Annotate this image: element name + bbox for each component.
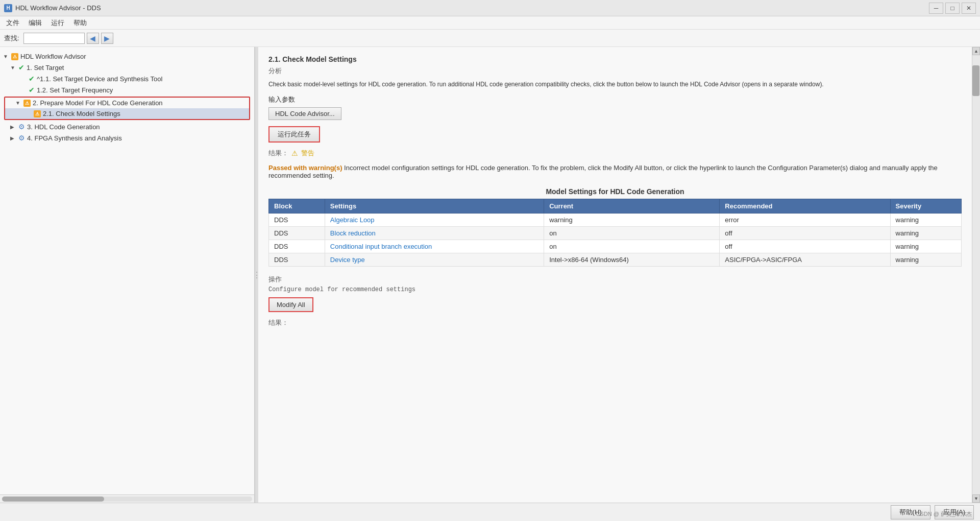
node-3-label: 3. HDL Code Generation [27, 123, 100, 131]
menu-file[interactable]: 文件 [2, 17, 23, 29]
gear-icon-4: ⚙ [18, 134, 25, 142]
cell-recommended-1: off [720, 227, 890, 240]
cell-settings-2[interactable]: Conditional input branch execution [325, 240, 544, 253]
tree-node-4[interactable]: ▶ ⚙ 4. FPGA Synthesis and Analysis [0, 132, 254, 144]
forward-button[interactable]: ▶ [101, 33, 113, 44]
result-row: 结果： ⚠ 警告 [268, 149, 962, 158]
node-1-label: 1. Set Target [27, 64, 64, 72]
toggle-root: ▼ [3, 54, 10, 59]
cell-current-3: Intel->x86-64 (Windows64) [544, 253, 720, 267]
cell-recommended-3: ASIC/FPGA->ASIC/FPGA [720, 253, 890, 267]
cell-settings-1[interactable]: Block reduction [325, 227, 544, 240]
node-2-1-label: 2.1. Check Model Settings [43, 110, 120, 117]
toolbar: 查找: ◀ ▶ [0, 30, 980, 47]
cell-current-1: on [544, 227, 720, 240]
tree-node-1[interactable]: ▼ ✔ 1. Set Target [0, 62, 254, 73]
v-scroll-up[interactable]: ▲ [972, 47, 980, 55]
root-label: HDL Workflow Advisor [20, 53, 86, 60]
node-1-1-label: ^1.1. Set Target Device and Synthesis To… [37, 75, 162, 83]
cell-recommended-0: error [720, 214, 890, 227]
col-current: Current [544, 199, 720, 214]
tree-node-2-1[interactable]: ⚠ 2.1. Check Model Settings [5, 108, 249, 119]
menu-help[interactable]: 帮助 [69, 17, 91, 29]
toggle-4: ▶ [10, 135, 17, 141]
check-icon-1-1: ✔ [29, 75, 35, 83]
right-panel: 2.1. Check Model Settings 分析 Check basic… [258, 47, 980, 503]
settings-link-1[interactable]: Block reduction [330, 229, 376, 237]
search-input[interactable] [23, 33, 85, 44]
node-4-label: 4. FPGA Synthesis and Analysis [27, 134, 122, 142]
cell-settings-0[interactable]: Algebraic Loop [325, 214, 544, 227]
bottom-bar: 帮助(H) 应用(A) [0, 503, 980, 521]
menu-bar: 文件 编辑 运行 帮助 [0, 16, 980, 30]
title-bar: H HDL Workflow Advisor - DDS ─ □ ✕ [0, 0, 980, 16]
spacer-2-1 [26, 111, 33, 116]
settings-link-3[interactable]: Device type [330, 256, 365, 264]
window-controls: ─ □ ✕ [929, 3, 976, 14]
cell-severity-1: warning [890, 227, 961, 240]
settings-link-2[interactable]: Conditional input branch execution [330, 243, 432, 250]
cell-severity-3: warning [890, 253, 961, 267]
toggle-3: ▶ [10, 124, 17, 130]
check-icon-1: ✔ [18, 63, 24, 72]
warning-icon-2-1: ⚠ [34, 110, 41, 117]
cell-block-3: DDS [269, 253, 325, 267]
settings-link-0[interactable]: Algebraic Loop [330, 216, 375, 224]
v-scroll-thumb[interactable] [972, 65, 979, 96]
section-title: 2.1. Check Model Settings [268, 55, 962, 63]
settings-table: Block Settings Current Recommended Sever… [268, 199, 962, 267]
col-block: Block [269, 199, 325, 214]
v-scrollbar: ▲ ▼ [972, 47, 980, 503]
operations-label: 操作 [268, 275, 962, 284]
passed-bold: Passed with warning(s) [268, 164, 342, 172]
toggle-2: ▼ [15, 100, 22, 106]
input-params-label: 输入参数 [268, 95, 962, 104]
main-area: ▼ ⚠ HDL Workflow Advisor ▼ ✔ 1. Set Targ… [0, 47, 980, 503]
v-scroll-area [972, 55, 980, 494]
tree-node-1-1[interactable]: ✔ ^1.1. Set Target Device and Synthesis … [0, 73, 254, 84]
hdl-code-advisor-button[interactable]: HDL Code Advisor... [268, 107, 341, 120]
menu-edit[interactable]: 编辑 [24, 17, 46, 29]
minimize-button[interactable]: ─ [929, 3, 943, 14]
group-outline-2: ▼ ⚠ 2. Prepare Model For HDL Code Genera… [4, 97, 250, 120]
cell-block-1: DDS [269, 227, 325, 240]
passed-desc: Incorrect model configuration settings f… [268, 164, 938, 179]
left-panel: ▼ ⚠ HDL Workflow Advisor ▼ ✔ 1. Set Targ… [0, 47, 255, 503]
maximize-button[interactable]: □ [945, 3, 960, 14]
table-row: DDSConditional input branch executionono… [269, 240, 962, 253]
node-2-label: 2. Prepare Model For HDL Code Generation [33, 99, 163, 107]
modify-all-button[interactable]: Modify All [268, 297, 313, 312]
right-content: 2.1. Check Model Settings 分析 Check basic… [258, 47, 972, 503]
warning-icon-2: ⚠ [23, 100, 31, 107]
col-settings: Settings [325, 199, 544, 214]
result-row-2: 结果： [268, 318, 962, 327]
cell-settings-3[interactable]: Device type [325, 253, 544, 267]
search-label: 查找: [4, 34, 19, 43]
watermark: CSDN @ 萨文_摩尔杰 [916, 510, 972, 518]
back-button[interactable]: ◀ [87, 33, 99, 44]
tree-area: ▼ ⚠ HDL Workflow Advisor ▼ ✔ 1. Set Targ… [0, 47, 254, 494]
config-text: Configure model for recommended settings [268, 286, 962, 293]
analysis-label: 分析 [268, 66, 962, 76]
tree-node-3[interactable]: ▶ ⚙ 3. HDL Code Generation [0, 121, 254, 132]
result-label: 结果： [268, 149, 288, 158]
run-task-button[interactable]: 运行此任务 [268, 126, 320, 143]
h-scrollbar-track[interactable] [2, 496, 252, 502]
tree-node-1-2[interactable]: ✔ 1.2. Set Target Frequency [0, 84, 254, 96]
gear-icon-3: ⚙ [18, 123, 25, 131]
spacer-1-1 [20, 76, 28, 82]
cell-block-0: DDS [269, 214, 325, 227]
table-row: DDSAlgebraic Loopwarningerrorwarning [269, 214, 962, 227]
warning-text: 警告 [301, 149, 314, 158]
close-button[interactable]: ✕ [962, 3, 976, 14]
menu-run[interactable]: 运行 [47, 17, 68, 29]
tree-node-root[interactable]: ▼ ⚠ HDL Workflow Advisor [0, 51, 254, 62]
table-title: Model Settings for HDL Code Generation [268, 187, 962, 196]
tree-node-2[interactable]: ▼ ⚠ 2. Prepare Model For HDL Code Genera… [5, 98, 249, 108]
left-scrollbar [0, 494, 254, 503]
table-row: DDSBlock reductiononoffwarning [269, 227, 962, 240]
v-scroll-down[interactable]: ▼ [972, 494, 980, 503]
title-text: HDL Workflow Advisor - DDS [15, 4, 929, 12]
cell-recommended-2: off [720, 240, 890, 253]
node-1-2-label: 1.2. Set Target Frequency [37, 86, 113, 94]
